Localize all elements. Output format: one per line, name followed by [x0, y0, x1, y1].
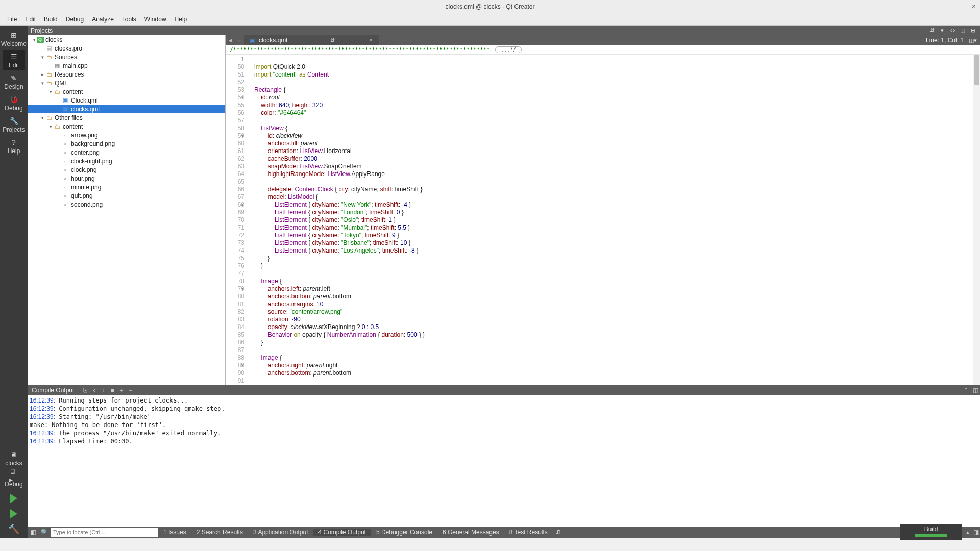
- doc-combo-icon[interactable]: ⇵: [328, 36, 336, 44]
- expand-arrow-icon[interactable]: ▾: [48, 124, 53, 129]
- tree-item[interactable]: ▦main.cpp: [28, 61, 225, 70]
- tree-item[interactable]: ▤clocks.pro: [28, 44, 225, 53]
- mode-projects[interactable]: 🔧Projects: [3, 114, 25, 135]
- mode-help[interactable]: ?Help: [3, 136, 25, 156]
- window-close-button[interactable]: ×: [972, 2, 976, 10]
- expand-arrow-icon[interactable]: [56, 193, 61, 198]
- output-next-icon[interactable]: ›: [99, 387, 108, 394]
- combo-icon[interactable]: ⇵: [928, 27, 936, 35]
- filter-icon[interactable]: ▾: [938, 27, 946, 35]
- tree-item[interactable]: ▾Qtclocks: [28, 35, 225, 44]
- tree-item[interactable]: ▫second.png: [28, 200, 225, 209]
- expand-arrow-icon[interactable]: [56, 133, 61, 138]
- expand-arrow-icon[interactable]: [56, 159, 61, 164]
- build-progress[interactable]: Build: [900, 524, 962, 540]
- expand-arrow-icon[interactable]: [56, 176, 61, 181]
- tree-item[interactable]: ▾🗀content: [28, 122, 225, 131]
- tree-item[interactable]: ▫minute.png: [28, 183, 225, 191]
- menu-analyze[interactable]: Analyze: [88, 14, 118, 24]
- tree-item[interactable]: ▾🗀Sources: [28, 53, 225, 61]
- tree-item[interactable]: ▾🗀Other files: [28, 113, 225, 122]
- output-filter-icon[interactable]: ⎘: [80, 387, 89, 394]
- menu-tools[interactable]: Tools: [118, 14, 140, 24]
- tree-item[interactable]: ▫center.png: [28, 148, 225, 157]
- project-tree[interactable]: ▾Qtclocks ▤clocks.pro▾🗀Sources ▦main.cpp…: [28, 35, 226, 385]
- tree-item[interactable]: ▣clocks.qml: [28, 105, 225, 113]
- tab-close-button[interactable]: ×: [367, 37, 375, 44]
- menu-edit[interactable]: Edit: [21, 14, 40, 24]
- tree-item[interactable]: ▣Clock.qml: [28, 96, 225, 105]
- toggle-sidebar-button[interactable]: ◧: [28, 527, 39, 538]
- panes-combo-icon[interactable]: ⇵: [553, 527, 564, 538]
- menu-window[interactable]: Window: [140, 14, 170, 24]
- expand-arrow-icon[interactable]: [56, 107, 61, 112]
- link-icon[interactable]: ⇔: [948, 27, 957, 35]
- expand-arrow-icon[interactable]: ▸: [40, 72, 45, 77]
- mode-debug[interactable]: 🐞Debug: [3, 93, 25, 113]
- line-col-indicator[interactable]: Line: 1, Col: 1 ◫▾: [921, 36, 980, 44]
- tree-item[interactable]: ▫hour.png: [28, 174, 225, 183]
- output-prev-icon[interactable]: ‹: [89, 387, 99, 394]
- expand-arrow-icon[interactable]: ▾: [32, 37, 37, 42]
- status-pane-1[interactable]: 1 Issues: [158, 529, 191, 536]
- mode-design[interactable]: ✎Design: [3, 71, 25, 92]
- status-pane-3[interactable]: 3 Application Output: [248, 529, 313, 536]
- status-pane-4[interactable]: 4 Compile Output: [313, 529, 371, 536]
- output-zoom-out-icon[interactable]: －: [126, 386, 135, 395]
- run-debug-button[interactable]: [6, 507, 21, 520]
- expand-arrow-icon[interactable]: [56, 150, 61, 155]
- tree-item[interactable]: ▫arrow.png: [28, 131, 225, 139]
- expand-arrow-icon[interactable]: ▾: [48, 89, 53, 94]
- toggle-right-sidebar-button[interactable]: ◨: [972, 529, 980, 536]
- output-stop-icon[interactable]: ■: [108, 387, 117, 394]
- menu-help[interactable]: Help: [170, 14, 191, 24]
- expand-arrow-icon[interactable]: [56, 202, 61, 207]
- status-pane-5[interactable]: 5 Debugger Console: [371, 529, 437, 536]
- collapse-icon[interactable]: ⊟: [969, 27, 977, 35]
- split-editor-icon[interactable]: ◫▾: [969, 36, 977, 44]
- split-icon[interactable]: ◫: [959, 27, 967, 35]
- expand-arrow-icon[interactable]: ▾: [40, 115, 45, 120]
- expand-arrow-icon[interactable]: [56, 185, 61, 190]
- expand-arrow-icon[interactable]: [40, 46, 45, 51]
- menu-file[interactable]: File: [3, 14, 21, 24]
- editor-scrollbar[interactable]: [973, 55, 980, 385]
- status-pane-2[interactable]: 2 Search Results: [191, 529, 248, 536]
- expand-arrow-icon[interactable]: ▾: [40, 55, 45, 60]
- mode-edit[interactable]: ☰Edit: [3, 50, 25, 70]
- hammer-icon: 🔨: [8, 523, 19, 535]
- tree-item[interactable]: ▫quit.png: [28, 191, 225, 200]
- status-pane-6[interactable]: 6 General Messages: [437, 529, 504, 536]
- line-gutter[interactable]: 15051525354▾5556575859▾60616263646566676…: [226, 55, 251, 385]
- tree-item[interactable]: ▾🗀QML: [28, 79, 225, 87]
- tree-item[interactable]: ▫background.png: [28, 139, 225, 148]
- output-body[interactable]: 16:12:39: Running steps for project cloc…: [28, 395, 980, 527]
- expand-arrow-icon[interactable]: [56, 167, 61, 172]
- locator-input[interactable]: [51, 528, 158, 537]
- run-button[interactable]: [6, 492, 21, 505]
- tree-item[interactable]: ▫clock.png: [28, 165, 225, 174]
- mode-welcome[interactable]: ⊞Welcome: [3, 29, 25, 49]
- expand-arrow-icon[interactable]: [48, 63, 53, 68]
- build-button[interactable]: 🔨: [6, 522, 21, 536]
- expand-arrow-icon[interactable]: ▾: [40, 81, 45, 86]
- nav-back-button[interactable]: ◄: [226, 35, 235, 45]
- status-pane-8[interactable]: 8 Test Results: [504, 529, 553, 536]
- code-editor[interactable]: import QtQuick 2.0 import "content" as C…: [251, 55, 973, 385]
- output-zoom-in-icon[interactable]: ＋: [117, 386, 126, 395]
- build-config-selector[interactable]: 🖥 ▸ Debug: [3, 471, 25, 488]
- fold-pill[interactable]: ...*/: [495, 46, 522, 53]
- kit-selector[interactable]: 🖥 clocks: [3, 450, 25, 467]
- nav-forward-button[interactable]: ►: [235, 35, 244, 45]
- tree-item[interactable]: ▫clock-night.png: [28, 157, 225, 165]
- output-max-icon[interactable]: ⌃: [962, 387, 971, 394]
- progress-toggle-button[interactable]: ▴: [964, 529, 972, 536]
- expand-arrow-icon[interactable]: [56, 141, 61, 146]
- output-close-icon[interactable]: ◫: [971, 387, 980, 394]
- menu-build[interactable]: Build: [40, 14, 62, 24]
- tree-item[interactable]: ▸🗀Resources: [28, 70, 225, 79]
- tree-item[interactable]: ▾🗀content: [28, 87, 225, 96]
- document-tab[interactable]: ▣ clocks.qml ⇵ ×: [244, 35, 379, 45]
- expand-arrow-icon[interactable]: [56, 98, 61, 103]
- menu-debug[interactable]: Debug: [62, 14, 88, 24]
